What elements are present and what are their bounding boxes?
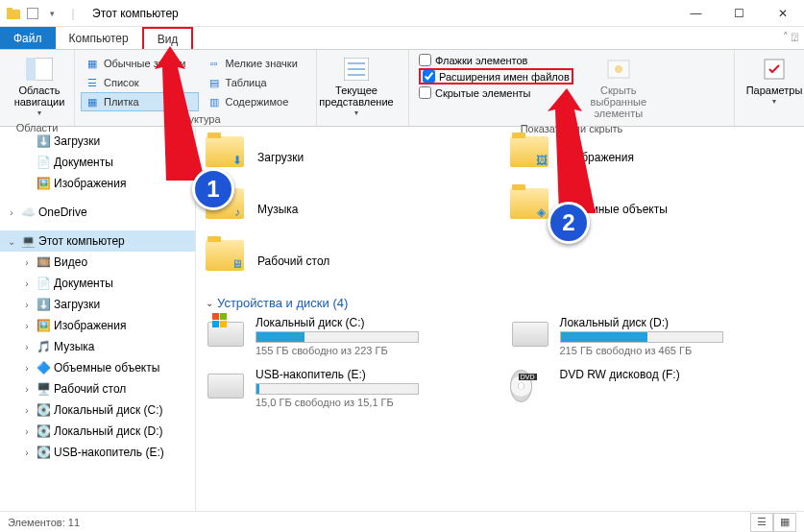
view-details-button[interactable]: ☰ bbox=[750, 513, 773, 532]
tree-documents2[interactable]: ›📄Документы bbox=[0, 273, 195, 294]
group-panes-label: Области bbox=[6, 122, 68, 135]
ribbon-tabs: Файл Компьютер Вид ˄ ⍰ bbox=[0, 27, 804, 50]
tree-onedrive[interactable]: ›☁️OneDrive bbox=[0, 202, 195, 223]
group-showhide-label: Показать или скрыть bbox=[415, 123, 728, 136]
close-button[interactable]: ✕ bbox=[761, 0, 804, 27]
svg-point-9 bbox=[615, 65, 622, 73]
folder-pictures[interactable]: 🖼 Изображения bbox=[510, 133, 795, 182]
tree-this-pc[interactable]: ⌄💻Этот компьютер bbox=[0, 230, 195, 252]
navigation-pane-icon bbox=[26, 56, 53, 83]
tree-local-d[interactable]: ›💽Локальный диск (D:) bbox=[0, 421, 195, 442]
view-large-button[interactable]: ▦ bbox=[773, 513, 796, 532]
svg-rect-1 bbox=[7, 8, 12, 11]
qat-dropdown-icon[interactable]: ▾ bbox=[44, 6, 60, 21]
layout-content[interactable]: ▥Содержимое bbox=[203, 92, 310, 111]
layout-medium-icons[interactable]: ▦Обычные значки bbox=[81, 54, 199, 73]
current-view-button[interactable]: Текущее представление ▾ bbox=[323, 52, 390, 122]
content-area[interactable]: ⬇ Загрузки 🖼 Изображения ♪ Музыка ◈ Объе… bbox=[196, 127, 804, 511]
tree-documents[interactable]: 📄Документы bbox=[0, 152, 195, 173]
tree-3dobjects[interactable]: ›🔷Объемные объекты bbox=[0, 357, 195, 378]
folder-downloads[interactable]: ⬇ Загрузки bbox=[206, 133, 491, 182]
minimize-button[interactable]: — bbox=[674, 0, 718, 27]
drive-c[interactable]: Локальный диск (C:) 155 ГБ свободно из 2… bbox=[206, 316, 491, 362]
svg-rect-0 bbox=[7, 10, 20, 19]
svg-rect-3 bbox=[26, 58, 36, 81]
layout-details[interactable]: ▤Таблица bbox=[203, 73, 310, 92]
tree-music[interactable]: ›🎵Музыка bbox=[0, 336, 195, 357]
navigation-pane-button[interactable]: Область навигации ▾ bbox=[6, 52, 73, 122]
check-file-extensions[interactable]: Расширения имен файлов bbox=[419, 68, 573, 85]
ribbon-collapse-icon[interactable]: ˄ ⍰ bbox=[783, 31, 798, 43]
qat-checkbox-icon[interactable] bbox=[27, 8, 38, 19]
tab-view[interactable]: Вид bbox=[142, 27, 194, 49]
tree-pictures2[interactable]: ›🖼️Изображения bbox=[0, 315, 195, 336]
check-item-flags[interactable]: Флажки элементов bbox=[419, 54, 573, 66]
drive-f[interactable]: DVD DVD RW дисковод (F:) bbox=[510, 368, 795, 414]
svg-rect-11 bbox=[212, 313, 219, 320]
folder-music[interactable]: ♪ Музыка bbox=[206, 184, 491, 234]
maximize-button[interactable]: ☐ bbox=[718, 0, 761, 27]
title-bar: ▾ | Этот компьютер — ☐ ✕ bbox=[0, 0, 804, 27]
svg-rect-13 bbox=[212, 321, 219, 327]
current-view-icon bbox=[343, 56, 370, 83]
navigation-tree[interactable]: ⬇️Загрузки 📄Документы 🖼️Изображения ›☁️O… bbox=[0, 127, 196, 511]
options-icon bbox=[761, 56, 788, 83]
tab-file[interactable]: Файл bbox=[0, 27, 56, 49]
layout-small-icons[interactable]: ▫▫Мелкие значки bbox=[203, 54, 310, 73]
options-button[interactable]: Параметры ▾ bbox=[741, 52, 804, 110]
layout-tiles[interactable]: ▦Плитка bbox=[81, 92, 199, 111]
group-layout-label: Структура bbox=[81, 113, 310, 127]
navigation-pane-label: Область навигации bbox=[8, 85, 71, 108]
hide-selected-button: Скрыть выбранные элементы bbox=[583, 52, 654, 123]
folder-3dobjects[interactable]: ◈ Объемные объекты bbox=[510, 184, 795, 234]
window-title: Этот компьютер bbox=[86, 7, 179, 20]
tab-computer[interactable]: Компьютер bbox=[56, 27, 142, 49]
hide-selected-icon bbox=[605, 56, 632, 83]
drive-d[interactable]: Локальный диск (D:) 215 ГБ свободно из 4… bbox=[510, 316, 795, 362]
check-hidden-items[interactable]: Скрытые элементы bbox=[419, 86, 573, 99]
tree-desktop[interactable]: ›🖥️Рабочий стол bbox=[0, 378, 195, 399]
tree-pictures[interactable]: 🖼️Изображения bbox=[0, 173, 195, 194]
status-count: Элементов: 11 bbox=[8, 517, 80, 528]
drive-e[interactable]: USB-накопитель (E:) 15,0 ГБ свободно из … bbox=[206, 368, 491, 414]
folder-desktop[interactable]: 🖥 Рабочий стол bbox=[206, 236, 491, 286]
status-bar: Элементов: 11 ☰ ▦ bbox=[0, 511, 804, 532]
tree-downloads2[interactable]: ›⬇️Загрузки bbox=[0, 294, 195, 315]
tree-videos[interactable]: ›🎞️Видео bbox=[0, 252, 195, 273]
options-label: Параметры bbox=[746, 85, 803, 96]
section-devices[interactable]: ⌄Устройства и диски (4) bbox=[206, 296, 794, 310]
svg-rect-14 bbox=[220, 321, 227, 327]
explorer-icon bbox=[6, 6, 21, 21]
hide-selected-label: Скрыть выбранные элементы bbox=[585, 85, 652, 119]
tree-usb-e[interactable]: ›💽USB-накопитель (E:) bbox=[0, 442, 195, 463]
current-view-label: Текущее представление bbox=[319, 85, 393, 108]
layout-list[interactable]: ☰Список bbox=[81, 73, 199, 92]
ribbon: Область навигации ▾ Области ▦Обычные зна… bbox=[0, 50, 804, 127]
svg-rect-12 bbox=[220, 313, 227, 320]
tree-local-c[interactable]: ›💽Локальный диск (C:) bbox=[0, 399, 195, 421]
